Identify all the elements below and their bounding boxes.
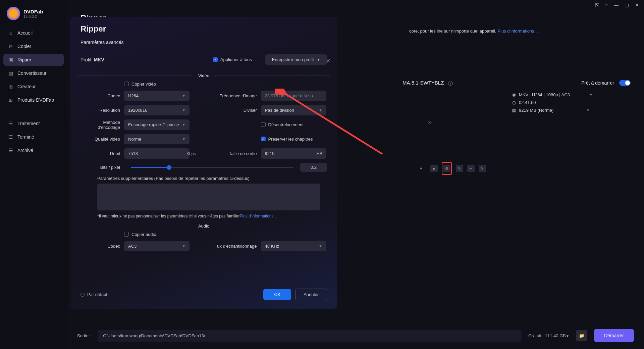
- bpp-slider[interactable]: [131, 167, 293, 168]
- ready-toggle[interactable]: [619, 80, 631, 86]
- create-icon: ◎: [8, 84, 13, 89]
- ripper-icon: ▣: [8, 57, 13, 62]
- clock-icon: ◷: [512, 100, 516, 105]
- play-button[interactable]: ▶: [430, 165, 438, 172]
- task-actions: ▼ ▶ ⚙ ✎ ✂ ✕: [419, 162, 486, 175]
- deinterlace-checkbox[interactable]: Désentrelacement: [261, 122, 304, 127]
- forward-icon[interactable]: »: [428, 118, 432, 127]
- minimize-icon[interactable]: —: [614, 2, 619, 8]
- chapters-checkbox[interactable]: ✓Préserver les chapitres: [261, 137, 313, 142]
- sidebar-item-createur[interactable]: ◎Créateur: [3, 81, 64, 93]
- save-profile-dropdown[interactable]: Enregistrer mon profil▼: [265, 54, 327, 65]
- sidebar-item-archive[interactable]: ☰Archivé: [3, 144, 64, 156]
- format-icon: ◉: [512, 92, 516, 97]
- extra-params-label: Paramètres supplémentaires (Pas besoin d…: [97, 176, 327, 181]
- start-button[interactable]: Démarrer: [594, 329, 634, 342]
- resolution-select[interactable]: 1920x816▼: [124, 105, 190, 115]
- settings-button[interactable]: ⚙: [443, 165, 450, 172]
- edit-button[interactable]: ✎: [456, 165, 463, 172]
- extra-params-textarea[interactable]: [97, 184, 320, 210]
- pin-icon[interactable]: ⇱: [595, 2, 599, 8]
- annotation-highlight: ⚙: [442, 162, 452, 175]
- ok-button[interactable]: OK: [263, 289, 291, 300]
- ready-label: Prêt à démarrer: [581, 80, 614, 86]
- task-meta: ◉MKV | H264 | 1080p | AC3▼ ◷02:41:50 ▦92…: [512, 92, 593, 115]
- close-icon[interactable]: ✕: [635, 2, 639, 8]
- maximize-icon[interactable]: ▢: [625, 2, 629, 8]
- free-space: Gratuit : 111.40 GB▼: [528, 333, 569, 338]
- app-name: DVDFab: [23, 9, 43, 14]
- more-info-link[interactable]: Plus d'informations...: [497, 29, 538, 34]
- split-select[interactable]: Pas de division▼: [261, 105, 326, 115]
- format-value: MKV | H264 | 1080p | AC3: [519, 92, 570, 97]
- home-icon: ⌂: [8, 30, 13, 36]
- titlebar: ⇱ ≡ — ▢ ✕: [67, 0, 644, 10]
- sample-rate-select[interactable]: 48 KHz▼: [261, 241, 326, 251]
- app-logo: DVDFab 13.0.0.2: [3, 5, 64, 27]
- app-version: 13.0.0.2: [23, 14, 43, 18]
- sidebar-item-convertisseur[interactable]: ▤Convertisseur: [3, 67, 64, 79]
- duration-value: 02:41:50: [519, 100, 536, 105]
- page-description: core, pour les lire sur n'importe quel a…: [406, 29, 538, 34]
- copy-video-checkbox[interactable]: Copier vidéo: [124, 82, 156, 87]
- output-footer: Sortie : C:\Users\kun.wang\Documents\DVD…: [77, 329, 634, 342]
- apply-all-checkbox[interactable]: ✓Appliquer à tous: [213, 57, 252, 62]
- sidebar-item-termine[interactable]: ☰Terminé: [3, 131, 64, 143]
- sidebar-item-accueil[interactable]: ⌂Accueil: [3, 27, 64, 39]
- archive-icon: ☰: [8, 148, 13, 153]
- logo-icon: [7, 7, 20, 20]
- modal-title: Ripper: [77, 17, 330, 37]
- audio-codec-select[interactable]: AC3▼: [124, 241, 190, 251]
- copy-audio-checkbox[interactable]: Copier audio: [124, 232, 156, 237]
- task-name: MA.5.1-SWTYBLZ: [402, 80, 444, 86]
- remove-button[interactable]: ✕: [479, 165, 486, 172]
- cancel-button[interactable]: Annuler: [295, 289, 327, 300]
- bpp-value: 0.2: [300, 163, 327, 172]
- copy-icon: ⎘: [8, 44, 13, 49]
- task-title-row: MA.5.1-SWTYBLZ i: [402, 80, 453, 86]
- sidebar-item-copier[interactable]: ⎘Copier: [3, 40, 64, 52]
- fps-select[interactable]: 23.976 (Identique à la so: [261, 91, 326, 101]
- bitrate-input[interactable]: [124, 148, 190, 159]
- info-icon[interactable]: i: [448, 81, 453, 86]
- size-value: 9219 MB (Norme): [519, 108, 553, 113]
- crop-button[interactable]: ✂: [467, 165, 475, 172]
- section-audio: Audio: [193, 223, 214, 229]
- advanced-settings-modal: Ripper Paramètres avancés ✕ Profil MKV ✓…: [70, 17, 337, 309]
- sidebar-item-traitement[interactable]: ☰Traitement: [3, 117, 64, 130]
- menu-icon[interactable]: ≡: [605, 2, 608, 8]
- video-codec-select[interactable]: H264▼: [124, 91, 190, 101]
- size-caret-icon[interactable]: ▼: [586, 108, 590, 112]
- modal-subtitle: Paramètres avancés: [77, 37, 330, 48]
- browse-folder-button[interactable]: 📁: [576, 330, 587, 341]
- profile-label: Profil MKV: [80, 57, 104, 62]
- encoding-select[interactable]: Encodage rapide (1 passe▼: [124, 119, 190, 130]
- section-video: Vidéo: [193, 73, 214, 78]
- disk-icon: ▦: [512, 108, 516, 113]
- convert-icon: ▤: [8, 70, 13, 76]
- processing-icon: ☰: [8, 121, 13, 126]
- sidebar-item-produits[interactable]: ⊞Produits DVDFab: [3, 94, 64, 106]
- quality-select[interactable]: Norme▼: [124, 134, 190, 144]
- default-radio[interactable]: Par défaut: [80, 292, 107, 297]
- modal-close-icon[interactable]: ✕: [326, 58, 330, 64]
- ready-row: Prêt à démarrer: [581, 80, 631, 86]
- actions-caret-icon[interactable]: ▼: [419, 166, 423, 170]
- sidebar-item-ripper[interactable]: ▣Ripper: [3, 54, 64, 66]
- done-icon: ☰: [8, 134, 13, 140]
- hint-link[interactable]: Plus d'informations...: [239, 214, 277, 218]
- output-path[interactable]: C:\Users\kun.wang\Documents\DVDFab\DVDFa…: [98, 330, 522, 342]
- format-caret-icon[interactable]: ▼: [589, 93, 593, 97]
- hint-text: *Il vaut mieux ne pas personnaliser les …: [97, 214, 327, 218]
- products-icon: ⊞: [8, 97, 13, 103]
- output-label: Sortie :: [77, 333, 91, 338]
